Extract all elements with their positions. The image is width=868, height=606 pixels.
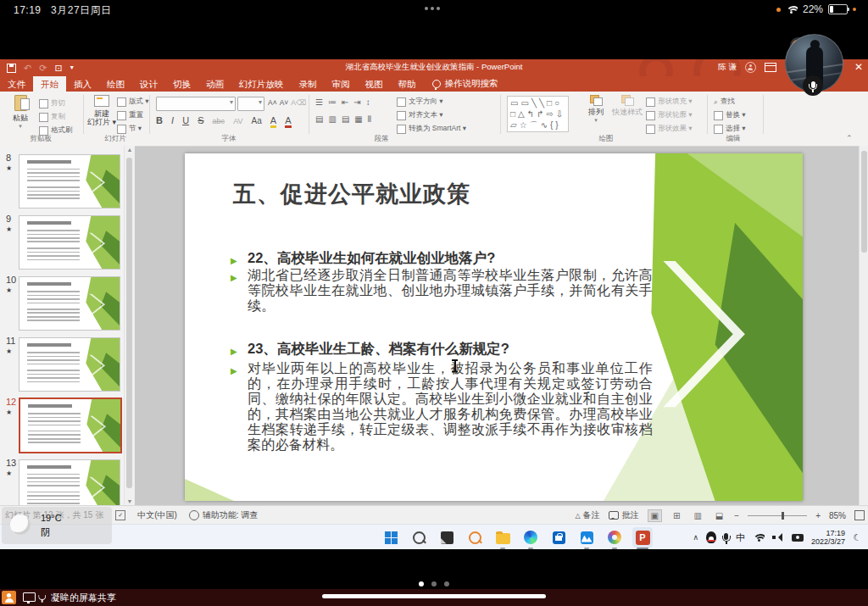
tab-help[interactable]: 帮助 [391,76,424,92]
smartart-button[interactable]: 转换为 SmartArt ▾ [397,124,466,134]
home-indicator[interactable] [322,594,546,598]
thumbnail-scrollbar[interactable]: ▲ ▼ [124,146,135,505]
slide-thumbnail-11[interactable] [19,337,120,392]
animation-star-icon[interactable]: ★ [6,286,12,294]
highlight-button[interactable]: A [270,115,276,128]
fit-slide-icon[interactable] [854,510,865,520]
shrink-font-icon[interactable]: A˅ [280,98,289,107]
animation-star-icon[interactable]: ★ [6,409,12,416]
tab-slideshow[interactable]: 幻灯片放映 [231,76,292,92]
powerpoint-taskbar-icon[interactable]: P [632,527,653,548]
shape-outline-button[interactable]: 形状轮廓 ▾ [646,110,693,120]
replace-button[interactable]: 替换 ▾ [714,110,746,120]
change-case-button[interactable]: Aa [252,116,262,125]
reset-button[interactable]: 重置 [117,110,143,120]
line-spacing-icon[interactable]: ↕ [366,97,370,107]
volume-tray-icon[interactable] [772,533,784,542]
zoom-slider[interactable] [748,515,807,516]
answer-22[interactable]: 湖北省已经逐步取消全日制普通高等学校毕业生落户限制，允许高等院校毕业生在就业地、… [248,268,653,314]
grow-font-icon[interactable]: A˄ [268,98,277,107]
columns-icon[interactable]: ⫴ [368,114,371,125]
clear-format-icon[interactable]: A⌫ [291,98,306,107]
signed-in-user[interactable]: 陈 谦 [718,62,737,73]
start-button[interactable] [381,527,401,548]
grow-shrink-font[interactable]: A˄A˅ A⌫ [268,98,306,107]
accessibility-status[interactable]: 辅助功能: 调查 [189,509,259,521]
find-button[interactable]: ⌕查找 [714,97,735,107]
slideshow-button[interactable]: ⬓ [713,510,726,521]
tab-home[interactable]: 开始 [33,76,66,92]
bold-button[interactable]: B [156,115,163,125]
hidden-icons-chevron[interactable]: ∧ [693,533,698,542]
tab-file[interactable]: 文件 [0,76,33,92]
align-left-icon[interactable]: ▤ [315,114,323,125]
scrollbar-thumb[interactable] [861,151,867,253]
qq-tray-icon[interactable] [706,531,716,543]
animation-star-icon[interactable]: ★ [6,225,12,233]
scroll-down-icon[interactable]: ▼ [125,498,135,504]
reading-view-button[interactable]: ▥ [691,510,704,521]
subscript-button[interactable]: abc [213,117,225,125]
align-text-button[interactable]: 对齐文本 ▾ [397,110,443,120]
tab-review[interactable]: 审阅 [325,76,358,92]
slide-thumbnail-13[interactable] [19,459,120,505]
bullets-icon[interactable]: ☰ [315,97,323,107]
character-spacing-button[interactable]: AV [233,117,242,125]
task-view-icon[interactable] [437,527,457,548]
slide-thumbnail-8[interactable] [19,154,120,208]
font-color-button[interactable]: A [285,115,291,128]
tab-view[interactable]: 视图 [358,76,391,92]
section-button[interactable]: 节 ▾ [117,124,142,134]
underline-button[interactable]: U [182,115,189,125]
shapes-gallery[interactable]: ▭▭╲╲□○ □△↰↱⇨⇩ ▱☆⌒∿{} [507,96,569,132]
share-person-badge-icon[interactable] [2,591,16,604]
text-direction-button[interactable]: 文字方向 ▾ [397,97,443,107]
tab-insert[interactable]: 插入 [66,76,99,92]
taskbar-search-icon[interactable] [409,527,429,548]
cut-button[interactable]: 剪切 [39,98,65,108]
shape-fill-button[interactable]: 形状填充 ▾ [646,97,693,107]
tell-me-search[interactable]: 操作说明搜索 [432,76,498,92]
animation-star-icon[interactable]: ★ [6,347,12,355]
italic-button[interactable]: I [171,115,174,125]
close-button[interactable]: ✕ [854,61,863,73]
tab-design[interactable]: 设计 [132,76,165,92]
slide-thumbnail-9[interactable] [19,215,120,270]
question-22[interactable]: 22、高校毕业生如何在就业创业地落户? [248,249,495,268]
animation-star-icon[interactable]: ★ [6,164,12,172]
paste-button[interactable]: 粘贴▾ [5,95,36,131]
notes-button[interactable]: △ 备注 [575,509,599,521]
spellcheck-icon[interactable]: ✓ [115,510,125,520]
avatar[interactable] [745,62,756,73]
font-name-combo[interactable] [156,97,236,111]
tab-record[interactable]: 录制 [292,76,325,92]
align-right-icon[interactable]: ▤ [342,114,349,125]
font-size-combo[interactable] [237,97,264,111]
slide-sorter-view-button[interactable]: ⊞ [670,510,682,521]
layout-button[interactable]: 版式 ▾ [117,97,149,107]
tab-draw[interactable]: 绘图 [99,76,132,92]
microsoft-store-icon[interactable] [548,527,569,548]
focus-assist-moon-icon[interactable]: ☾ [853,532,861,543]
language-indicator[interactable]: 中文(中国) [137,509,177,521]
slide-thumbnail-panel[interactable]: 8 ★ 9 ★ 10 ★ 11 ★ 12 ★ 13 ★ [0,146,135,505]
comments-button[interactable]: 批注 [609,509,639,521]
edge-browser-icon[interactable] [520,527,541,548]
weather-widget[interactable]: 19°C 阴 [2,507,112,544]
search-app-icon[interactable] [465,527,485,548]
taskbar-clock[interactable]: 17:19 2022/3/27 [811,529,845,546]
ime-indicator[interactable]: 中 [736,531,745,544]
increase-indent-icon[interactable]: ⇥ [353,97,360,107]
slide-title[interactable]: 五、促进公平就业政策 [233,179,470,209]
shape-effects-button[interactable]: 形状效果 ▾ [646,124,693,134]
slide-thumbnail-12-selected[interactable] [19,398,122,453]
zoom-percent[interactable]: 85% [829,511,846,520]
normal-view-button[interactable]: ▣ [648,509,662,522]
strikethrough-button[interactable]: S [198,115,203,125]
microphone-tray-icon[interactable] [724,533,728,540]
slide-area-scrollbar[interactable] [859,146,868,505]
ribbon-display-options-icon[interactable] [765,63,776,72]
justify-icon[interactable]: ▦ [354,114,362,125]
select-button[interactable]: 选择 ▾ [714,124,746,134]
decrease-indent-icon[interactable]: ⇤ [342,97,348,107]
